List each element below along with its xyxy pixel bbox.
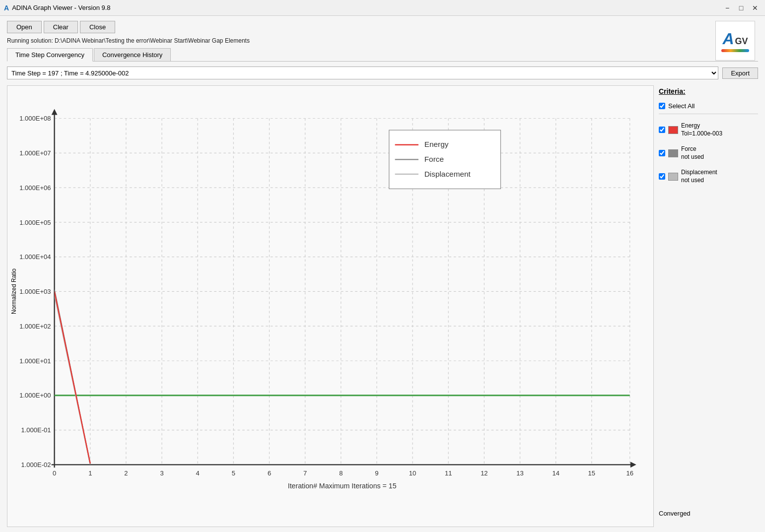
- titlebar-controls: − □ ✕: [721, 2, 761, 14]
- close-button[interactable]: Close: [80, 21, 115, 33]
- open-button[interactable]: Open: [7, 21, 42, 33]
- energy-color-swatch: [668, 126, 678, 134]
- svg-text:1.000E+03: 1.000E+03: [19, 288, 51, 295]
- maximize-button[interactable]: □: [735, 2, 747, 14]
- criteria-title: Criteria:: [659, 87, 758, 95]
- svg-text:16: 16: [626, 469, 633, 477]
- logo-a: A: [722, 30, 734, 48]
- svg-text:4: 4: [196, 469, 200, 477]
- displacement-checkbox[interactable]: [659, 173, 665, 180]
- displacement-color-swatch: [668, 173, 678, 181]
- toolbar: Open Clear Close: [7, 21, 758, 33]
- chart-area: Normalized Ratio: [7, 85, 758, 527]
- svg-text:1.000E+01: 1.000E+01: [19, 357, 51, 365]
- svg-text:Iteration#   Maximum Iteration: Iteration# Maximum Iterations = 15: [288, 482, 397, 490]
- select-all-row: Select All: [659, 102, 758, 114]
- svg-text:3: 3: [160, 469, 163, 477]
- force-sublabel: not used: [681, 153, 704, 161]
- svg-text:9: 9: [375, 469, 378, 477]
- logo-gv: GV: [735, 36, 748, 47]
- displacement-sublabel: not used: [681, 177, 717, 185]
- chart-svg: 1.000E+08 1.000E+07 1.000E+06 1.000E+05 …: [7, 86, 653, 527]
- svg-text:1.000E+06: 1.000E+06: [19, 184, 51, 192]
- svg-text:13: 13: [516, 469, 523, 477]
- svg-text:Energy: Energy: [424, 140, 449, 148]
- logo: A GV: [715, 21, 755, 61]
- displacement-label: Displacement: [681, 169, 717, 177]
- select-all-label: Select All: [668, 102, 695, 110]
- svg-text:5: 5: [232, 469, 235, 477]
- svg-text:1.000E+02: 1.000E+02: [19, 323, 51, 330]
- converged-label: Converged: [659, 510, 758, 527]
- dropdown-row: Time Step = 197 ; Time = 4.925000e-002 E…: [7, 66, 758, 79]
- close-window-button[interactable]: ✕: [749, 2, 761, 14]
- force-label: Force: [681, 145, 704, 153]
- minimize-button[interactable]: −: [721, 2, 733, 14]
- adina-icon: A: [4, 4, 9, 12]
- criterion-energy: Energy Tol=1.000e-003: [659, 122, 758, 137]
- titlebar: A ADINA Graph Viewer - Version 9.8 − □ ✕: [0, 0, 765, 16]
- tab-convergence-history[interactable]: Convergence History: [94, 48, 171, 61]
- svg-text:8: 8: [339, 469, 343, 477]
- sidebar: Criteria: Select All Energy Tol=1.000e-0…: [659, 85, 758, 527]
- svg-text:6: 6: [268, 469, 271, 477]
- svg-text:14: 14: [552, 469, 559, 477]
- status-text: Running solution: D:\ADINA Webinar\Testi…: [7, 37, 250, 44]
- svg-text:1.000E+05: 1.000E+05: [19, 219, 51, 226]
- force-checkbox[interactable]: [659, 150, 665, 156]
- svg-text:15: 15: [588, 469, 595, 477]
- svg-text:0: 0: [53, 469, 56, 477]
- window-title: ADINA Graph Viewer - Version 9.8: [12, 4, 110, 11]
- svg-text:Displacement: Displacement: [424, 170, 471, 178]
- energy-label: Energy: [681, 122, 722, 130]
- chart-container: Normalized Ratio: [7, 85, 654, 527]
- titlebar-title-area: A ADINA Graph Viewer - Version 9.8: [4, 4, 111, 12]
- select-all-checkbox[interactable]: [659, 103, 665, 109]
- svg-text:7: 7: [303, 469, 307, 477]
- main-content: A GV Open Clear Close Running solution: …: [0, 16, 765, 532]
- export-button[interactable]: Export: [722, 67, 758, 79]
- svg-text:12: 12: [481, 469, 487, 477]
- svg-text:Force: Force: [424, 155, 444, 163]
- svg-text:1.000E+00: 1.000E+00: [19, 392, 51, 399]
- status-bar: Running solution: D:\ADINA Webinar\Testi…: [7, 37, 758, 44]
- svg-text:1.000E-02: 1.000E-02: [21, 461, 51, 468]
- svg-text:11: 11: [445, 469, 452, 477]
- svg-text:1.000E+07: 1.000E+07: [19, 149, 51, 157]
- energy-checkbox[interactable]: [659, 127, 665, 133]
- criterion-force: Force not used: [659, 145, 758, 161]
- time-step-select[interactable]: Time Step = 197 ; Time = 4.925000e-002: [7, 66, 718, 79]
- clear-button[interactable]: Clear: [44, 21, 78, 33]
- svg-text:1.000E-01: 1.000E-01: [21, 426, 51, 434]
- svg-text:1.000E+04: 1.000E+04: [19, 253, 51, 261]
- criterion-displacement: Displacement not used: [659, 169, 758, 184]
- svg-marker-32: [630, 462, 636, 467]
- tabs: Time Step Convergency Convergence Histor…: [7, 48, 758, 62]
- force-color-swatch: [668, 149, 678, 157]
- svg-text:1: 1: [88, 469, 92, 477]
- tab-time-step-convergency[interactable]: Time Step Convergency: [7, 48, 93, 62]
- svg-text:10: 10: [409, 469, 416, 477]
- svg-text:1.000E+08: 1.000E+08: [19, 115, 51, 122]
- energy-sublabel: Tol=1.000e-003: [681, 130, 722, 138]
- svg-marker-30: [52, 109, 58, 115]
- svg-text:2: 2: [124, 469, 128, 477]
